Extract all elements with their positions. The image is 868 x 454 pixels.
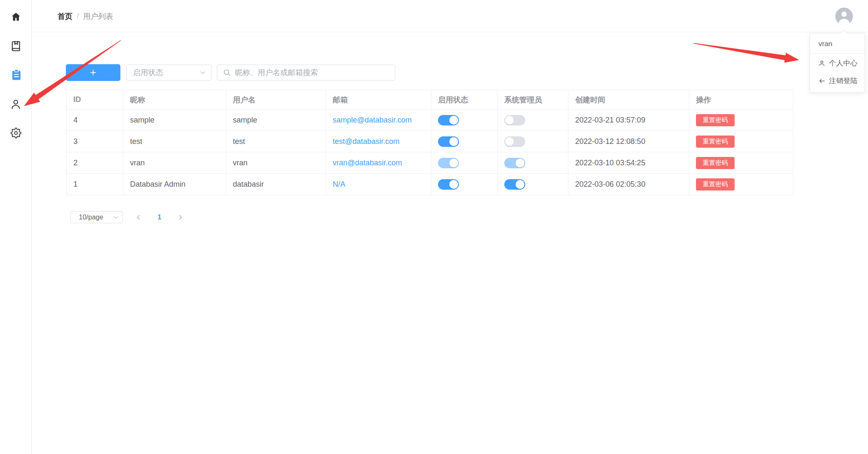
- search-input[interactable]: [234, 68, 389, 78]
- book-icon: [10, 41, 21, 52]
- prev-page-button[interactable]: [132, 211, 145, 223]
- status-filter-select[interactable]: 启用状态: [126, 65, 211, 81]
- cell-actions: 重置密码: [689, 110, 793, 131]
- cell-id: 1: [67, 174, 123, 195]
- cell-email: test@databasir.com: [326, 131, 431, 152]
- cell-admin: [498, 152, 568, 174]
- toggle-knob: [449, 137, 458, 146]
- admin-toggle[interactable]: [504, 115, 525, 125]
- toggle-knob: [505, 137, 514, 146]
- cell-admin: [498, 174, 568, 195]
- add-user-button[interactable]: [66, 64, 120, 81]
- toggle-knob: [449, 159, 458, 167]
- table-header-row: ID昵称用户名邮箱启用状态系统管理员创建时间操作: [67, 90, 793, 110]
- column-header: 启用状态: [431, 90, 498, 110]
- search-icon: [223, 69, 231, 76]
- cell-actions: 重置密码: [689, 152, 793, 174]
- cell-username: test: [226, 131, 326, 152]
- reset-password-button[interactable]: 重置密码: [696, 157, 735, 169]
- cell-admin: [498, 110, 568, 131]
- pagination: 10/page 1: [70, 211, 187, 223]
- table-header: ID昵称用户名邮箱启用状态系统管理员创建时间操作: [67, 90, 793, 110]
- cell-created-time: 2022-03-10 03:54:25: [568, 152, 689, 174]
- home-icon: [10, 11, 21, 22]
- email-link: sample@databasir.com: [333, 116, 412, 124]
- breadcrumb-current: 用户列表: [83, 11, 113, 21]
- toggle-knob: [449, 180, 458, 189]
- gear-icon: [10, 128, 21, 138]
- sidebar-item-home[interactable]: [10, 10, 22, 23]
- cell-enabled: [431, 131, 498, 152]
- plus-icon: [89, 68, 97, 77]
- column-header: 昵称: [123, 90, 226, 110]
- chevron-right-icon: [177, 214, 183, 220]
- enabled-toggle[interactable]: [438, 115, 459, 125]
- chevron-down-icon: [113, 214, 119, 220]
- cell-id: 3: [67, 131, 123, 152]
- cell-nickname: Databasir Admin: [123, 174, 226, 195]
- sidebar-item-groups[interactable]: [10, 68, 22, 81]
- chevron-left-icon: [136, 214, 141, 220]
- enabled-toggle[interactable]: [438, 136, 459, 147]
- back-arrow-icon: [818, 78, 825, 84]
- cell-nickname: test: [123, 131, 226, 152]
- top-bar: 首页 / 用户列表: [32, 0, 868, 32]
- column-header: 创建时间: [568, 90, 689, 110]
- menu-item-logout[interactable]: 注销登陆: [810, 71, 865, 89]
- sidebar-item-users[interactable]: [10, 98, 22, 110]
- status-filter-placeholder: 启用状态: [133, 68, 163, 78]
- databasir-user-list-page: 首页 / 用户列表 vran 个人中心 注销登陆 启用状态: [0, 0, 868, 454]
- page-number[interactable]: 1: [153, 213, 166, 222]
- cell-created-time: 2022-03-21 03:57:09: [568, 110, 689, 131]
- breadcrumb-home[interactable]: 首页: [57, 11, 73, 21]
- table-row: 2 vran vran vran@databasir.com 2022-03-1…: [67, 152, 793, 174]
- reset-password-button[interactable]: 重置密码: [696, 136, 735, 148]
- email-link: N/A: [333, 180, 345, 188]
- admin-toggle: [504, 158, 525, 168]
- chevron-down-icon: [199, 69, 206, 76]
- enabled-toggle[interactable]: [438, 179, 459, 190]
- cell-username: sample: [226, 110, 326, 131]
- admin-toggle[interactable]: [504, 136, 525, 147]
- page-size-select[interactable]: 10/page: [70, 211, 123, 223]
- toggle-knob: [505, 116, 514, 125]
- table-row: 4 sample sample sample@databasir.com 202…: [67, 110, 793, 131]
- reset-password-button[interactable]: 重置密码: [696, 178, 735, 190]
- next-page-button[interactable]: [174, 211, 187, 223]
- user-icon: [10, 99, 21, 110]
- sidebar-item-settings[interactable]: [10, 127, 22, 139]
- column-header: 系统管理员: [498, 90, 568, 110]
- cell-nickname: sample: [123, 110, 226, 131]
- sidebar: [0, 0, 32, 454]
- dropdown-username: vran: [810, 34, 865, 53]
- email-link: test@databasir.com: [333, 137, 399, 146]
- avatar[interactable]: [835, 8, 853, 25]
- cell-id: 2: [67, 152, 123, 174]
- breadcrumb: 首页 / 用户列表: [57, 0, 113, 32]
- toggle-knob: [516, 180, 524, 189]
- cell-actions: 重置密码: [689, 174, 793, 195]
- clipboard-icon: [10, 69, 21, 80]
- cell-email: sample@databasir.com: [326, 110, 431, 131]
- column-header: ID: [67, 90, 123, 110]
- cell-created-time: 2022-03-06 02:05:30: [568, 174, 689, 195]
- sidebar-item-docs[interactable]: [10, 40, 22, 52]
- annotation-arrow-to-user-menu: [693, 43, 799, 63]
- cell-email: vran@databasir.com: [326, 152, 431, 174]
- avatar-person-icon: [835, 8, 853, 25]
- cell-id: 4: [67, 110, 123, 131]
- email-link: vran@databasir.com: [333, 159, 402, 167]
- menu-item-profile[interactable]: 个人中心: [810, 54, 865, 71]
- cell-nickname: vran: [123, 152, 226, 174]
- reset-password-button[interactable]: 重置密码: [696, 114, 735, 126]
- cell-username: vran: [226, 152, 326, 174]
- cell-admin: [498, 131, 568, 152]
- column-header: 操作: [689, 90, 793, 110]
- table-row: 3 test test test@databasir.com 2022-03-1…: [67, 131, 793, 152]
- admin-toggle[interactable]: [504, 179, 525, 190]
- cell-enabled: [431, 152, 498, 174]
- search-box: [217, 65, 395, 81]
- user-table-body: 4 sample sample sample@databasir.com 202…: [67, 110, 793, 195]
- toggle-knob: [449, 116, 458, 125]
- cell-created-time: 2022-03-12 12:08:50: [568, 131, 689, 152]
